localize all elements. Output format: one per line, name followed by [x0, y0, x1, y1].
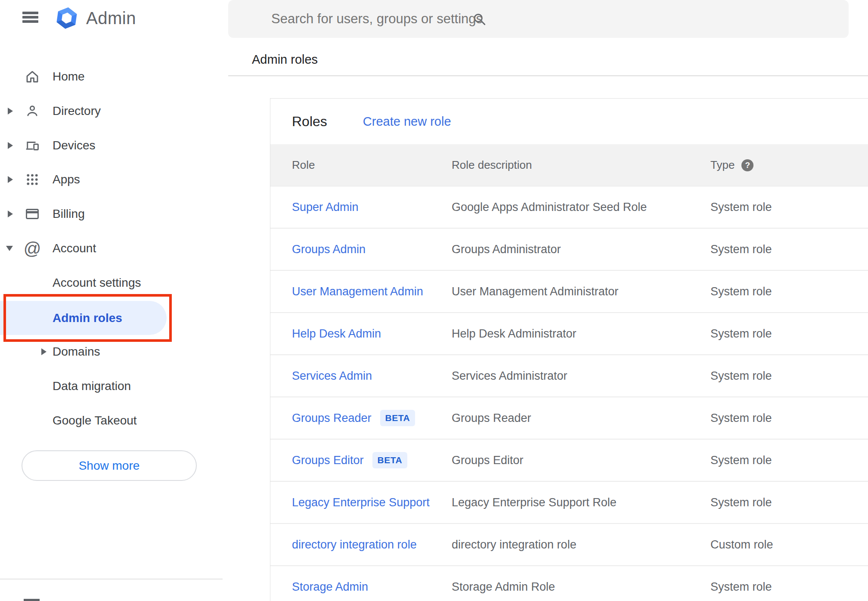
create-new-role-link[interactable]: Create new role	[363, 115, 451, 129]
table-row: User Management Admin User Management Ad…	[270, 271, 868, 313]
role-link[interactable]: Storage Admin	[292, 580, 368, 594]
search-input[interactable]	[271, 0, 840, 38]
sidebar-item-label: Domains	[53, 345, 100, 359]
table-row: Legacy Enterprise Support Legacy Enterpr…	[270, 482, 868, 524]
sidebar-item-home[interactable]: Home	[0, 65, 223, 89]
table-row: Services Admin Services Administrator Sy…	[270, 355, 868, 397]
card-title: Roles	[292, 114, 327, 130]
sidebar-item-label: Admin roles	[53, 311, 122, 325]
show-more-button[interactable]: Show more	[22, 450, 197, 481]
admin-logo-icon	[55, 6, 79, 32]
sidebar-item-devices[interactable]: Devices	[0, 133, 223, 158]
role-description: Storage Admin Role	[452, 580, 710, 594]
role-link[interactable]: Super Admin	[292, 201, 359, 214]
admin-logo-text: Admin	[86, 8, 136, 28]
sidebar-item-label: Home	[53, 70, 85, 84]
sidebar-item-admin-roles[interactable]: Admin roles	[0, 301, 167, 335]
role-link[interactable]: User Management Admin	[292, 285, 423, 298]
hamburger-bar	[22, 16, 38, 19]
sidebar-item-label: Google Takeout	[53, 414, 137, 428]
sidebar-item-directory[interactable]: Directory	[0, 99, 223, 123]
roles-card: Roles Create new role Role Role descript…	[270, 98, 868, 601]
role-cell: Storage Admin	[292, 580, 452, 594]
expand-arrow-icon[interactable]	[8, 176, 13, 183]
header-divider	[228, 75, 868, 76]
table-body: Super Admin Google Apps Administrator Se…	[270, 186, 868, 601]
feedback-icon[interactable]	[24, 599, 40, 601]
sidebar-item-apps[interactable]: Apps	[0, 167, 223, 192]
sidebar-item-billing[interactable]: Billing	[0, 202, 223, 226]
role-type: System role	[710, 454, 772, 467]
card-header: Roles Create new role	[270, 99, 868, 144]
expand-arrow-icon[interactable]	[41, 348, 46, 355]
sidebar-divider	[0, 579, 223, 579]
table-row: Groups Reader BETA Groups Reader System …	[270, 397, 868, 440]
breadcrumb: Admin roles	[252, 52, 318, 68]
role-description: User Management Administrator	[452, 285, 710, 298]
table-header: Role Role description Type ?	[270, 144, 868, 186]
credit-card-icon	[25, 206, 40, 222]
role-link[interactable]: Groups Admin	[292, 243, 366, 256]
expand-arrow-icon[interactable]	[8, 211, 13, 217]
role-cell: Groups Editor BETA	[292, 452, 452, 468]
role-cell: Groups Admin	[292, 243, 452, 256]
role-description: Groups Reader	[452, 412, 710, 425]
beta-badge: BETA	[372, 452, 408, 468]
expand-arrow-icon[interactable]	[8, 142, 13, 149]
at-sign-icon: @	[25, 241, 40, 256]
role-link[interactable]: Help Desk Admin	[292, 327, 381, 341]
table-row: Groups Admin Groups Administrator System…	[270, 229, 868, 271]
role-cell: User Management Admin	[292, 285, 452, 298]
role-link[interactable]: Groups Reader	[292, 412, 372, 425]
table-row: Groups Editor BETA Groups Editor System …	[270, 440, 868, 482]
devices-icon	[25, 138, 40, 153]
column-header-role: Role	[292, 158, 452, 172]
table-row: Help Desk Admin Help Desk Administrator …	[270, 313, 868, 355]
home-icon	[25, 69, 40, 84]
table-row: Super Admin Google Apps Administrator Se…	[270, 186, 868, 229]
role-cell: Legacy Enterprise Support	[292, 496, 452, 509]
hamburger-bar	[22, 12, 38, 14]
column-header-type: Type	[710, 158, 735, 172]
sidebar-item-google-takeout[interactable]: Google Takeout	[0, 409, 223, 433]
apps-grid-icon	[25, 172, 40, 187]
role-description: directory integration role	[452, 538, 710, 551]
role-type: System role	[710, 285, 772, 298]
role-type: System role	[710, 243, 772, 256]
role-link[interactable]: Services Admin	[292, 369, 372, 383]
person-icon	[25, 103, 40, 119]
sidebar: Admin Home Directory Devices	[0, 0, 223, 601]
sidebar-item-label: Account settings	[53, 276, 141, 290]
table-row: directory integration role directory int…	[270, 524, 868, 566]
sidebar-item-data-migration[interactable]: Data migration	[0, 374, 223, 398]
role-description: Google Apps Administrator Seed Role	[452, 201, 710, 214]
expand-arrow-icon[interactable]	[8, 108, 13, 115]
role-link[interactable]: directory integration role	[292, 538, 417, 551]
role-description: Help Desk Administrator	[452, 327, 710, 341]
sidebar-item-account[interactable]: @ Account	[0, 236, 223, 260]
beta-badge: BETA	[380, 410, 415, 426]
role-type: Custom role	[710, 538, 773, 551]
sidebar-item-label: Apps	[53, 173, 80, 186]
role-cell: Groups Reader BETA	[292, 410, 452, 426]
sidebar-item-account-settings[interactable]: Account settings	[0, 271, 223, 295]
type-help-icon[interactable]: ?	[741, 159, 753, 171]
role-description: Services Administrator	[452, 369, 710, 383]
role-type: System role	[710, 496, 772, 509]
role-description: Groups Editor	[452, 454, 710, 467]
role-type: System role	[710, 369, 772, 383]
collapse-arrow-icon[interactable]	[6, 246, 13, 251]
role-link[interactable]: Groups Editor	[292, 454, 364, 467]
role-type: System role	[710, 580, 772, 594]
role-type: System role	[710, 201, 772, 214]
sidebar-item-label: Data migration	[53, 379, 131, 393]
sidebar-item-domains[interactable]: Domains	[0, 340, 223, 364]
sidebar-item-label: Account	[53, 242, 96, 255]
role-description: Groups Administrator	[452, 243, 710, 256]
sidebar-item-label: Directory	[53, 104, 101, 118]
role-cell: Super Admin	[292, 201, 452, 214]
hamburger-menu-button[interactable]	[22, 12, 38, 24]
role-cell: Services Admin	[292, 369, 452, 383]
role-description: Legacy Enterprise Support Role	[452, 496, 710, 509]
role-link[interactable]: Legacy Enterprise Support	[292, 496, 430, 509]
